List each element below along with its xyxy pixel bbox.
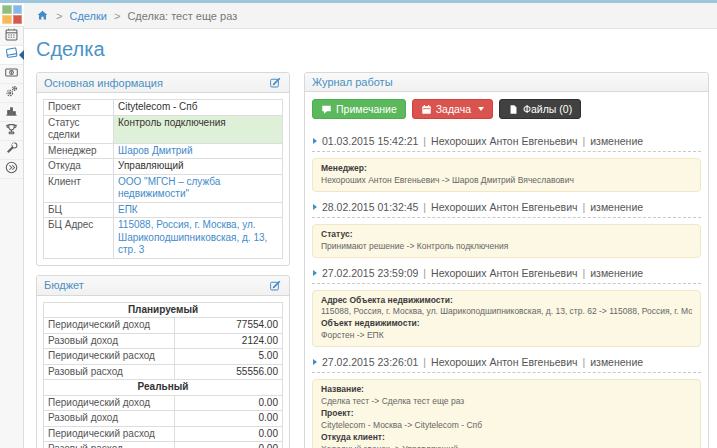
change-value: Нехороших Антон Евгеньевич -> Шаров Дмит…	[321, 175, 692, 187]
logo-square-green	[2, 5, 12, 14]
info-row: Проект Citytelecom - Спб	[44, 100, 283, 116]
budget-row: Разовый доход 0.00	[44, 411, 283, 427]
logo-square-blue	[13, 5, 23, 14]
entry-datetime: 27.02.2015 23:59:09	[322, 267, 418, 279]
info-row-label: Клиент	[44, 174, 114, 202]
entry-datetime: 28.02.2015 01:32:45	[322, 201, 418, 213]
journal-entry: 27.02.2015 23:26:01 | Нехороших Антон Ев…	[312, 352, 701, 448]
wrench-icon	[4, 141, 19, 160]
app-logo[interactable]	[0, 3, 24, 27]
entry-changes-box: Адрес Объекта недвижимости:115088, Росси…	[312, 290, 701, 348]
info-row-value: Шаров Дмитрий	[114, 143, 283, 159]
entry-action: изменение	[590, 356, 643, 368]
expand-arrow-icon	[313, 204, 317, 210]
change-field: Проект:	[321, 408, 692, 420]
budget-row-label: Периодический доход	[44, 318, 175, 334]
budget-row: Периодический доход 0.00	[44, 395, 283, 411]
bar-chart-icon	[4, 103, 19, 122]
change-field: Адрес Объекта недвижимости:	[321, 295, 692, 307]
entry-author: Нехороших Антон Евгеньевич	[431, 135, 577, 147]
info-row-label: Статус сделки	[44, 115, 114, 143]
info-row-value: Управляющий	[114, 159, 283, 175]
budget-row-value: 55556.00	[175, 364, 283, 380]
add-task-button[interactable]: Задача	[412, 99, 493, 119]
journal-title: Журнал работы	[312, 76, 393, 88]
entry-author: Нехороших Антон Евгеньевич	[431, 267, 577, 279]
budget-section-header: Планируемый	[44, 302, 283, 318]
change-field: Название:	[321, 384, 692, 396]
change-field: Объект недвижимости:	[321, 318, 692, 330]
change-value: 115088, Россия, г. Москва, ул. Шарикопод…	[321, 306, 692, 318]
breadcrumb-separator: >	[56, 10, 62, 22]
budget-row: Разовый расход 55556.00	[44, 364, 283, 380]
budget-row-value: 2124.00	[175, 333, 283, 349]
sidebar-item-achievements[interactable]	[0, 122, 23, 141]
change-field: Менеджер:	[321, 163, 692, 175]
journal-entry-header[interactable]: 01.03.2015 15:42:21 | Нехороших Антон Ев…	[312, 131, 701, 152]
journal-entry-header[interactable]: 28.02.2015 01:32:45 | Нехороших Антон Ев…	[312, 197, 701, 218]
dropdown-caret-icon	[478, 107, 484, 111]
budget-row-label: Разовый расход	[44, 442, 175, 448]
budget-row-label: Разовый доход	[44, 333, 175, 349]
info-row-label: Менеджер	[44, 143, 114, 159]
files-button[interactable]: Файлы (0)	[499, 99, 581, 119]
sidebar-item-finance[interactable]	[0, 65, 23, 84]
info-value-link[interactable]: 115088, Россия, г. Москва, ул. Шарикопод…	[118, 219, 267, 255]
journal-entry: 27.02.2015 23:59:09 | Нехороших Антон Ев…	[312, 263, 701, 348]
edit-icon[interactable]	[269, 279, 282, 292]
budget-title: Бюджет	[44, 279, 84, 291]
entry-datetime: 01.03.2015 15:42:21	[322, 135, 418, 147]
change-value: Форстен -> ЕПК	[321, 330, 692, 342]
edit-icon[interactable]	[269, 76, 282, 89]
sidebar-item-tools[interactable]	[0, 141, 23, 160]
info-value-link[interactable]: ЕПК	[118, 204, 138, 215]
main-info-panel: Основная информация Проект Citytelecom -…	[36, 72, 290, 266]
entry-author: Нехороших Антон Евгеньевич	[431, 201, 577, 213]
logo-square-red	[13, 15, 23, 24]
journal-entry-list: 01.03.2015 15:42:21 | Нехороших Антон Ев…	[312, 131, 701, 448]
breadcrumb-link-deals[interactable]: Сделки	[69, 10, 107, 22]
budget-row-label: Периодический расход	[44, 426, 175, 442]
task-calendar-icon	[421, 104, 432, 115]
sidebar-nav	[0, 27, 23, 179]
journal-entry-header[interactable]: 27.02.2015 23:26:01 | Нехороших Антон Ев…	[312, 352, 701, 373]
budget-row: Разовый расход 0.00	[44, 442, 283, 448]
change-value: Холодный звонок -> Управляющий	[321, 444, 692, 448]
banknote-icon	[4, 65, 19, 84]
info-row-value: 115088, Россия, г. Москва, ул. Шарикопод…	[114, 218, 283, 259]
info-row: Менеджер Шаров Дмитрий	[44, 143, 283, 159]
journal-toolbar: Примечание Задача	[312, 99, 701, 119]
trophy-icon	[4, 122, 19, 141]
sidebar	[0, 3, 24, 448]
file-icon	[508, 104, 519, 115]
sidebar-item-calendar[interactable]	[0, 27, 23, 46]
change-value: Сделка тест -> Сделка тест еще раз	[321, 396, 692, 408]
budget-panel: Бюджет Планируемый Периодический доход 7…	[36, 275, 290, 448]
entry-changes-box: Статус:Принимают решение -> Контроль под…	[312, 224, 701, 258]
change-value: Принимают решение -> Контроль подключени…	[321, 241, 692, 253]
budget-row-label: Периодический расход	[44, 349, 175, 365]
sidebar-item-deals[interactable]	[0, 46, 23, 65]
info-row-value: Контроль подключения	[114, 115, 283, 143]
budget-row-value: 0.00	[175, 411, 283, 427]
gears-icon	[4, 84, 19, 103]
budget-row-value: 0.00	[175, 426, 283, 442]
home-icon[interactable]	[36, 9, 49, 22]
budget-row: Периодический расход 5.00	[44, 349, 283, 365]
budget-row-value: 5.00	[175, 349, 283, 365]
info-value-link[interactable]: Шаров Дмитрий	[118, 145, 193, 156]
comment-icon	[321, 104, 332, 115]
sidebar-item-collapse[interactable]	[0, 160, 23, 179]
sidebar-item-settings[interactable]	[0, 84, 23, 103]
info-row-label: Откуда	[44, 159, 114, 175]
info-row: Откуда Управляющий	[44, 159, 283, 175]
main-info-title: Основная информация	[44, 77, 163, 89]
change-field: Откуда клиент:	[321, 432, 692, 444]
change-field: Статус:	[321, 229, 692, 241]
info-value-link[interactable]: ООО "МГСН – служба недвижимости"	[118, 176, 220, 200]
journal-entry-header[interactable]: 27.02.2015 23:59:09 | Нехороших Антон Ев…	[312, 263, 701, 284]
sidebar-item-reports[interactable]	[0, 103, 23, 122]
change-value: Citytelecom - Москва -> Citytelecom - Сп…	[321, 420, 692, 432]
add-note-button[interactable]: Примечание	[312, 99, 406, 119]
deals-book-icon	[4, 46, 19, 65]
